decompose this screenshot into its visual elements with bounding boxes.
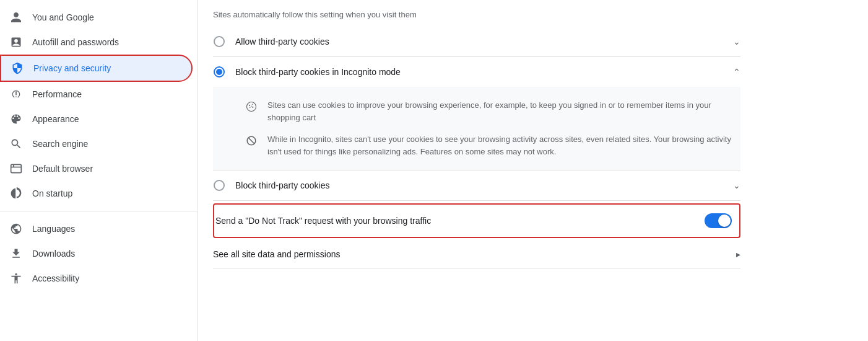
- radio-block-all[interactable]: [213, 179, 225, 192]
- sidebar-item-label-autofill: Autofill and passwords: [32, 37, 119, 47]
- sidebar-item-you-and-google[interactable]: You and Google: [0, 5, 193, 30]
- sidebar-item-performance[interactable]: Performance: [0, 82, 193, 107]
- sidebar-item-label-privacy: Privacy and security: [33, 63, 111, 73]
- svg-point-5: [252, 104, 253, 105]
- expanded-text-cookie: Sites can use cookies to improve your br…: [267, 99, 740, 123]
- accessibility-icon: [10, 272, 22, 285]
- expanded-item-incognito: While in Incognito, sites can't use your…: [245, 128, 740, 162]
- option-label-allow: Allow third-party cookies: [235, 37, 723, 46]
- expanded-text-incognito: While in Incognito, sites can't use your…: [267, 133, 740, 157]
- option-block-incognito[interactable]: Block third-party cookies in Incognito m…: [213, 57, 740, 87]
- content-area: Sites automatically follow this setting …: [198, 0, 755, 283]
- search-icon: [10, 138, 22, 150]
- option-label-block-all: Block third-party cookies: [235, 180, 723, 190]
- dnt-label: Send a "Do Not Track" request with your …: [214, 216, 705, 226]
- performance-icon: [10, 88, 22, 100]
- radio-outer-block-all: [214, 180, 225, 191]
- option-allow-third-party[interactable]: Allow third-party cookies ⌄: [213, 27, 740, 57]
- expanded-incognito-section: Sites can use cookies to improve your br…: [213, 87, 740, 170]
- cookie-icon: [245, 100, 258, 113]
- sidebar-item-label-appearance: Appearance: [32, 114, 79, 124]
- svg-point-4: [249, 105, 250, 106]
- svg-point-8: [251, 106, 252, 107]
- expanded-item-cookie: Sites can use cookies to improve your br…: [245, 94, 740, 128]
- sidebar-item-search-engine[interactable]: Search engine: [0, 131, 193, 156]
- sidebar-divider: [0, 211, 197, 211]
- sidebar-item-label-downloads: Downloads: [32, 249, 75, 259]
- sidebar-item-appearance[interactable]: Appearance: [0, 107, 193, 131]
- sidebar-item-label-browser: Default browser: [32, 164, 93, 174]
- shield-icon: [11, 62, 24, 74]
- sidebar-item-label-you-and-google: You and Google: [32, 12, 94, 22]
- option-label-incognito: Block third-party cookies in Incognito m…: [235, 67, 723, 77]
- globe-icon: [10, 223, 22, 235]
- browser-icon: [10, 162, 22, 175]
- radio-allow-third-party[interactable]: [213, 35, 225, 48]
- svg-rect-0: [11, 164, 22, 172]
- sidebar-item-label-search: Search engine: [32, 139, 88, 149]
- chevron-down-allow: ⌄: [733, 37, 740, 46]
- dnt-row[interactable]: Send a "Do Not Track" request with your …: [213, 203, 740, 238]
- sidebar-item-on-startup[interactable]: On startup: [0, 181, 193, 206]
- radio-block-incognito[interactable]: [213, 66, 225, 78]
- chevron-down-block-all: ⌄: [733, 180, 740, 190]
- settings-sidebar: You and Google Autofill and passwords Pr…: [0, 0, 198, 341]
- sidebar-item-languages[interactable]: Languages: [0, 216, 193, 241]
- site-data-label: See all site data and permissions: [213, 249, 726, 259]
- svg-point-6: [252, 107, 253, 108]
- download-icon: [10, 247, 22, 260]
- dnt-toggle[interactable]: [705, 213, 732, 228]
- sidebar-item-label-startup: On startup: [32, 188, 72, 198]
- block-icon: [245, 135, 258, 147]
- sidebar-item-default-browser[interactable]: Default browser: [0, 156, 193, 181]
- toggle-knob: [718, 215, 731, 227]
- main-content: Sites automatically follow this setting …: [198, 0, 868, 341]
- top-subtitle: Sites automatically follow this setting …: [213, 0, 740, 27]
- arrow-right-icon: ▸: [736, 249, 740, 259]
- person-icon: [10, 11, 22, 24]
- chevron-up-incognito: ⌃: [733, 67, 740, 77]
- radio-outer-allow: [214, 36, 225, 47]
- radio-inner-incognito: [216, 69, 222, 75]
- site-data-row[interactable]: See all site data and permissions ▸: [213, 241, 740, 268]
- sidebar-item-label-performance: Performance: [32, 89, 82, 99]
- sidebar-item-accessibility[interactable]: Accessibility: [0, 266, 193, 291]
- radio-outer-incognito: [214, 66, 225, 78]
- sidebar-item-label-accessibility: Accessibility: [32, 273, 79, 283]
- sidebar-item-privacy[interactable]: Privacy and security: [0, 55, 193, 82]
- autofill-icon: [10, 36, 22, 48]
- option-block-all[interactable]: Block third-party cookies ⌄: [213, 170, 740, 201]
- svg-point-7: [250, 107, 251, 108]
- sidebar-item-label-languages: Languages: [32, 224, 75, 234]
- sidebar-item-downloads[interactable]: Downloads: [0, 241, 193, 266]
- appearance-icon: [10, 113, 22, 125]
- sidebar-item-autofill[interactable]: Autofill and passwords: [0, 30, 193, 55]
- startup-icon: [10, 187, 22, 200]
